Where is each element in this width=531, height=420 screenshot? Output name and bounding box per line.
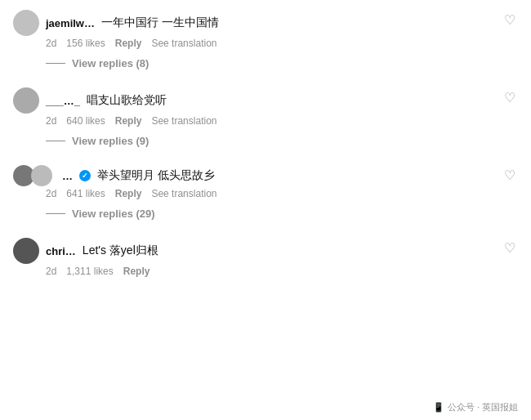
comment-2-avatar: [13, 87, 39, 114]
comment-3-view-replies-label[interactable]: View replies (29): [72, 208, 155, 220]
comment-4-actions: 2d 1,311 likes Reply: [46, 266, 518, 277]
comment-3-text-inline: 举头望明月 低头思故乡: [97, 168, 215, 183]
comment-4-text-inline: Let's 落yel归根: [83, 244, 158, 258]
comment-4-header: chri… Let's 落yel归根: [13, 238, 518, 264]
view-replies-line-3: [46, 213, 65, 214]
comment-3-header: … ✓ 举头望明月 低头思故乡: [13, 165, 518, 186]
comment-2-actions: 2d 640 likes Reply See translation: [46, 115, 518, 127]
heart-icon-2: ♡: [504, 90, 515, 105]
comment-2-time: 2d: [46, 115, 56, 127]
comment-4-heart-btn[interactable]: ♡: [502, 239, 518, 256]
comment-2-username: ___…_: [46, 95, 80, 107]
comment-4-username: chri…: [46, 245, 76, 257]
verified-icon: ✓: [79, 170, 91, 181]
comment-1-translate-btn[interactable]: See translation: [151, 38, 216, 49]
comment-1-avatar: [13, 10, 39, 36]
comment-1-view-replies[interactable]: View replies (8): [33, 57, 531, 69]
comment-3-avatar-2: [31, 165, 52, 186]
comment-3-view-replies[interactable]: View replies (29): [33, 208, 531, 220]
comment-3: … ✓ 举头望明月 低头思故乡 2d 641 likes Reply See t…: [0, 155, 531, 208]
comment-1: jaemilw… 一年中国行 一生中国情 2d 156 likes Reply …: [0, 0, 531, 57]
comment-1-heart-btn[interactable]: ♡: [502, 11, 518, 28]
comment-2: ___…_ 唱支山歌给党听 2d 640 likes Reply See tra…: [0, 78, 531, 135]
comment-1-actions: 2d 156 likes Reply See translation: [46, 38, 518, 49]
watermark-icon: 📱: [433, 402, 444, 413]
watermark: 📱 公众号 · 英国报姐: [433, 401, 518, 413]
comment-3-avatar-multi: [13, 165, 52, 186]
comment-3-likes: 641 likes: [66, 188, 105, 199]
comment-2-view-replies[interactable]: View replies (9): [33, 135, 531, 147]
comment-2-reply-btn[interactable]: Reply: [115, 115, 142, 127]
comment-2-likes: 640 likes: [66, 115, 105, 127]
comment-4-time: 2d: [46, 266, 56, 277]
comment-2-heart-btn[interactable]: ♡: [502, 89, 518, 105]
comment-2-view-replies-label[interactable]: View replies (9): [72, 135, 149, 147]
comment-1-text-inline: 一年中国行 一生中国情: [101, 16, 219, 30]
comment-3-time: 2d: [46, 188, 56, 199]
comment-1-view-replies-label[interactable]: View replies (8): [72, 57, 149, 69]
comment-4-likes: 1,311 likes: [66, 266, 113, 277]
comment-2-text-inline: 唱支山歌给党听: [87, 93, 167, 108]
comment-3-heart-btn[interactable]: ♡: [502, 167, 518, 183]
heart-icon-4: ♡: [504, 240, 515, 256]
heart-icon-3: ♡: [504, 168, 515, 183]
comment-1-reply-btn[interactable]: Reply: [115, 38, 142, 49]
comment-4: chri… Let's 落yel归根 2d 1,311 likes Reply …: [0, 228, 531, 285]
view-replies-line: [46, 63, 65, 64]
comment-3-translate-btn[interactable]: See translation: [151, 188, 216, 199]
watermark-text: 公众号 · 英国报姐: [448, 401, 518, 413]
comment-3-reply-btn[interactable]: Reply: [115, 188, 142, 199]
comment-1-time: 2d: [46, 38, 56, 49]
comment-1-header: jaemilw… 一年中国行 一生中国情: [13, 10, 518, 36]
comment-1-username: jaemilw…: [46, 17, 95, 29]
comment-4-avatar: [13, 238, 39, 264]
comment-3-username: …: [62, 170, 73, 182]
comment-2-translate-btn[interactable]: See translation: [151, 115, 216, 127]
comment-1-likes: 156 likes: [66, 38, 105, 49]
view-replies-line-2: [46, 141, 65, 141]
comment-4-reply-btn[interactable]: Reply: [123, 266, 150, 277]
comment-2-header: ___…_ 唱支山歌给党听: [13, 87, 518, 114]
comment-3-actions: 2d 641 likes Reply See translation: [46, 188, 518, 199]
heart-icon: ♡: [504, 12, 515, 28]
